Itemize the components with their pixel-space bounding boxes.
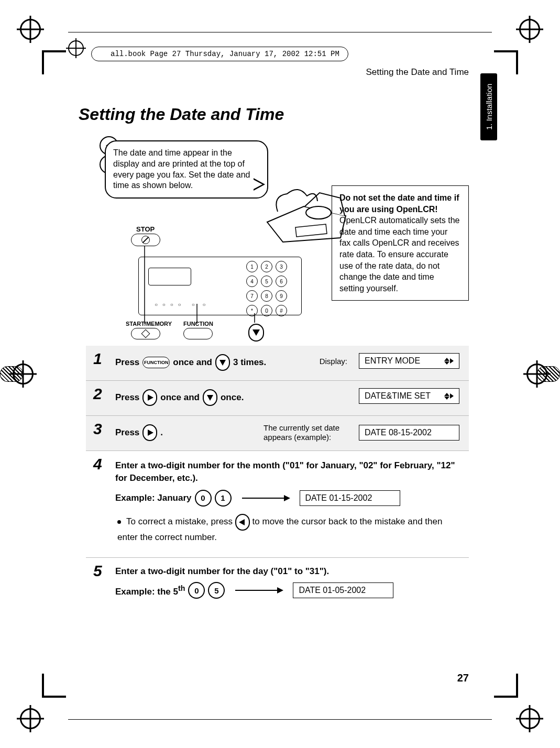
step-text: once and [173, 357, 212, 368]
page-title: Setting the Date and Time [79, 105, 284, 124]
registration-mark-icon [13, 364, 34, 384]
step-5: 5 Enter a two-digit number for the day (… [86, 557, 469, 608]
step-3: 3 Press . The currently set date appears… [86, 415, 469, 450]
step-text: To correct a mistake, press [126, 516, 235, 526]
lcd-display: DATE 01-05-2002 [293, 582, 393, 598]
figure-area: The date and time appear in the display … [100, 136, 469, 346]
registration-mark-icon [68, 40, 84, 56]
keypad-key-icon: 0 [195, 490, 212, 507]
keypad-key-icon: 1 [215, 490, 232, 507]
step-number: 3 [93, 420, 102, 438]
crop-mark-icon [42, 674, 44, 698]
display-text: ENTRY MODE [365, 356, 420, 366]
step-number: 2 [93, 385, 102, 403]
step-number: 1 [93, 350, 102, 368]
speech-bubble: The date and time appear in the display … [105, 140, 268, 199]
step-note: To correct a mistake, press to move the … [115, 514, 459, 544]
chapter-tab: 1. Installation [480, 73, 497, 140]
registration-mark-icon [519, 19, 540, 40]
crop-mark-icon [494, 50, 518, 52]
step-text: once. [221, 392, 244, 403]
crop-mark-icon [516, 674, 518, 698]
registration-mark-icon [526, 364, 547, 384]
display-text: DATE 01-15-2002 [305, 493, 372, 503]
page: all.book Page 27 Thursday, January 17, 2… [0, 0, 560, 748]
notice-heading: Do not set the date and time if you are … [339, 193, 459, 214]
left-arrow-button-icon [235, 514, 250, 531]
example-sup: th [178, 584, 185, 592]
registration-mark-icon [20, 19, 41, 40]
right-arrow-button-icon [142, 424, 157, 441]
step-text: . [160, 427, 163, 438]
display-text: DATE 08-15-2002 [365, 428, 432, 437]
step-text: Enter a two-digit number for the month (… [115, 459, 459, 485]
steps: 1 Press FUNCTION once and 3 times. Displ… [86, 346, 469, 608]
arrow-right-icon [235, 590, 282, 591]
step-number: 5 [93, 562, 102, 580]
registration-mark-icon [20, 708, 41, 729]
step-text: Press [115, 427, 139, 438]
step-text: Press [115, 357, 139, 368]
stop-label: STOP [136, 225, 155, 233]
running-head: Setting the Date and Time [366, 67, 469, 78]
step-text: Press [115, 392, 139, 403]
crop-mark-icon [494, 696, 518, 698]
registration-mark-icon [519, 708, 540, 729]
lcd-display: DATE 08-15-2002 [359, 425, 459, 441]
sheet-header: all.book Page 27 Thursday, January 17, 2… [68, 23, 492, 41]
step-1: 1 Press FUNCTION once and 3 times. Displ… [86, 346, 469, 380]
keypad-key-icon: 5 [208, 582, 225, 599]
down-arrow-button-icon [215, 354, 230, 371]
keypad-key-icon: 0 [188, 582, 205, 599]
example-label: Example: the 5th [115, 584, 185, 597]
right-arrow-button-icon [142, 389, 157, 406]
down-arrow-button-icon [203, 389, 217, 406]
nav-arrows-icon [444, 358, 454, 365]
nav-arrows-icon [444, 393, 454, 400]
crop-mark-icon [42, 696, 66, 698]
step-text: once and [160, 392, 200, 403]
display-note: The currently set date appears (example)… [263, 423, 347, 442]
step-text: Enter a two-digit number for the day ("0… [115, 566, 329, 577]
arrow-right-icon [242, 498, 289, 499]
crop-mark-icon [42, 50, 44, 74]
display-label: Display: [320, 357, 347, 366]
lcd-display: DATE&TIME SET [359, 388, 459, 404]
step-number: 4 [93, 455, 102, 473]
lcd-display: DATE 01-15-2002 [300, 490, 400, 506]
footer-rule [68, 719, 492, 720]
crop-mark-icon [516, 50, 518, 74]
step-4: 4 Enter a two-digit number for the month… [86, 450, 469, 557]
function-button-icon: FUNCTION [142, 357, 170, 368]
step-text: 3 times. [233, 357, 266, 368]
page-number: 27 [457, 672, 469, 684]
lcd-display: ENTRY MODE [359, 353, 459, 369]
sheet-runhead: all.book Page 27 Thursday, January 17, 2… [91, 47, 348, 61]
display-text: DATE&TIME SET [365, 391, 431, 401]
crop-mark-icon [42, 50, 66, 52]
notice-box: Do not set the date and time if you are … [332, 185, 469, 301]
step-2: 2 Press once and once. DATE&TIME SET [86, 380, 469, 415]
bullet-icon [117, 520, 121, 524]
leader-lines-icon [131, 241, 304, 340]
notice-body: OpenLCR automatically sets the date and … [339, 216, 459, 293]
example-label: Example: January [115, 493, 192, 503]
display-text: DATE 01-05-2002 [299, 586, 366, 595]
svg-point-0 [306, 206, 331, 219]
